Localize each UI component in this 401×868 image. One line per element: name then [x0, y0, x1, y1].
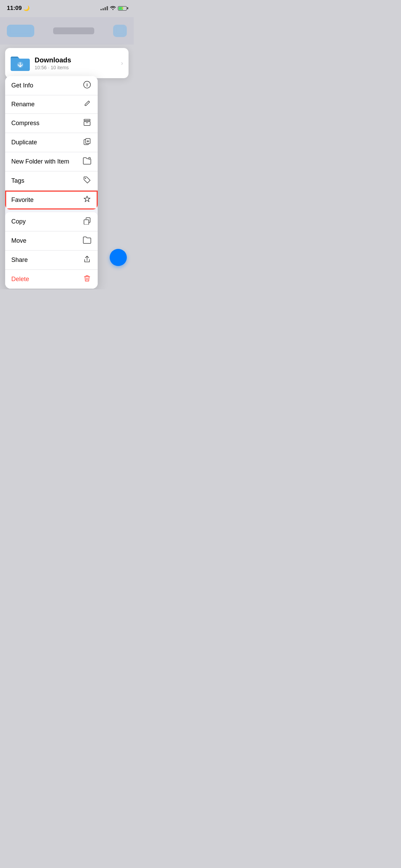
background-nav [0, 17, 134, 45]
menu-label-tags: Tags [11, 177, 24, 184]
folder-card[interactable]: Downloads 10:56 · 10 items › [5, 48, 129, 78]
time-display: 11:09 [7, 5, 22, 12]
trash-icon [83, 275, 92, 284]
menu-label-move: Move [11, 237, 26, 244]
tag-icon [83, 176, 92, 185]
svg-rect-4 [84, 121, 90, 125]
wifi-icon [110, 5, 116, 11]
menu-label-compress: Compress [11, 120, 39, 127]
menu-item-share[interactable]: Share [5, 251, 98, 270]
menu-item-new-folder-with-item[interactable]: New Folder with Item [5, 152, 98, 171]
menu-item-move[interactable]: Move [5, 231, 98, 251]
duplicate-icon [83, 138, 92, 147]
move-folder-icon [83, 236, 92, 245]
fab-button[interactable] [110, 249, 127, 266]
signal-icon [100, 6, 108, 10]
folder-name: Downloads [35, 56, 116, 64]
status-bar: 11:09 🌙 ⚡ [0, 0, 134, 14]
battery-icon: ⚡ [118, 6, 127, 11]
menu-label-get-info: Get Info [11, 82, 33, 89]
star-icon [83, 195, 92, 205]
share-icon [83, 255, 92, 265]
menu-label-rename: Rename [11, 101, 35, 108]
nav-action-button-blur [113, 25, 127, 37]
menu-item-favorite[interactable]: Favorite [5, 191, 98, 209]
pencil-icon [83, 100, 92, 109]
svg-rect-15 [84, 220, 89, 225]
menu-label-copy: Copy [11, 218, 26, 225]
menu-section-divider [5, 209, 98, 212]
menu-label-delete: Delete [11, 276, 29, 283]
svg-text:i: i [86, 82, 88, 87]
menu-item-tags[interactable]: Tags [5, 171, 98, 191]
menu-label-favorite: Favorite [11, 196, 34, 204]
status-time: 11:09 🌙 [7, 5, 30, 12]
nav-back-button-blur [7, 25, 34, 37]
svg-point-14 [85, 178, 86, 179]
nav-title-blur [53, 27, 94, 34]
menu-group-secondary: Copy Move Share [5, 212, 98, 289]
menu-label-share: Share [11, 256, 28, 264]
folder-meta: 10:56 · 10 items [35, 65, 116, 70]
folder-info: Downloads 10:56 · 10 items [35, 56, 116, 70]
menu-item-get-info[interactable]: Get Info i [5, 76, 98, 95]
svg-rect-3 [84, 119, 90, 121]
info-icon: i [83, 81, 92, 90]
menu-group-main: Get Info i Rename Compress [5, 76, 98, 209]
menu-item-rename[interactable]: Rename [5, 95, 98, 114]
archive-icon [83, 119, 92, 128]
folder-icon [11, 53, 30, 73]
menu-item-delete[interactable]: Delete [5, 270, 98, 289]
copy-icon [83, 217, 92, 226]
menu-item-copy[interactable]: Copy [5, 212, 98, 231]
menu-item-duplicate[interactable]: Duplicate [5, 133, 98, 152]
menu-label-duplicate: Duplicate [11, 139, 37, 146]
moon-icon: 🌙 [23, 5, 30, 11]
menu-label-new-folder-with-item: New Folder with Item [11, 158, 69, 165]
menu-item-compress[interactable]: Compress [5, 114, 98, 133]
status-icons: ⚡ [100, 5, 127, 11]
context-menu: Get Info i Rename Compress [5, 76, 98, 289]
folder-plus-icon [83, 157, 92, 166]
folder-chevron-icon: › [121, 60, 123, 67]
